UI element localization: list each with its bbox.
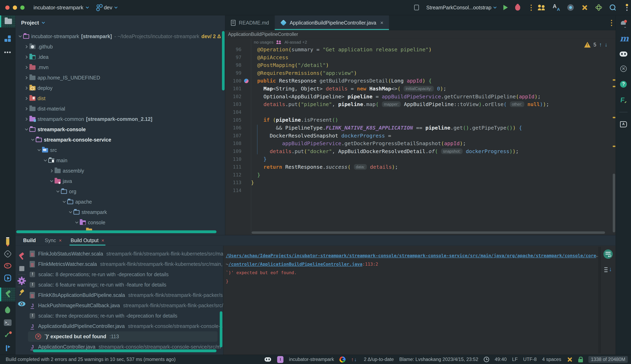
tree-item[interactable]: console [16, 218, 225, 228]
status-widget[interactable]: 49:40 [495, 357, 507, 362]
scroll-to-end-icon[interactable] [604, 266, 612, 274]
tree-item[interactable]: .idea [16, 52, 225, 62]
line-number[interactable]: 102 [225, 94, 241, 99]
project-badge-icon[interactable]: I [277, 356, 283, 363]
status-widget[interactable]: Blame: Lvshaokang 2023/4/15, 23:52 [399, 357, 478, 362]
build-event-row[interactable]: FlinkK8sApplicationBuildPipeline.scalast… [28, 290, 223, 300]
tree-item[interactable]: dist [16, 93, 225, 104]
chevron-right-icon[interactable] [25, 86, 28, 90]
tools-icon[interactable] [581, 4, 588, 11]
build-tab[interactable]: Sync× [45, 235, 62, 246]
services-icon[interactable] [4, 274, 11, 282]
more-kebab-icon[interactable] [527, 4, 530, 11]
build-panel-title[interactable]: Build [23, 238, 36, 243]
tree-item[interactable]: .mvn [16, 62, 225, 72]
code-line[interactable]: 113} [225, 179, 615, 186]
line-number[interactable]: 111 [225, 164, 241, 170]
line-number[interactable]: 106 [225, 125, 241, 130]
console-scrollbar-track[interactable] [598, 247, 601, 354]
build-output-console[interactable]: /Users/achao/IdeaProjects/incubator-stre… [223, 246, 615, 355]
tab-options-icon[interactable] [608, 19, 611, 26]
line-number[interactable]: 101 [225, 86, 241, 92]
project-folder-icon[interactable] [5, 19, 12, 24]
warning-stripe-mark[interactable] [613, 146, 615, 147]
close-icon[interactable]: × [380, 20, 383, 26]
google-icon[interactable] [339, 356, 346, 362]
terminal-icon[interactable] [4, 320, 12, 326]
pin-icon[interactable] [19, 289, 25, 296]
chevron-down-icon[interactable] [19, 34, 22, 38]
line-number[interactable]: 107 [225, 133, 241, 138]
previous-warning-icon[interactable]: ↑ [599, 42, 602, 48]
help-icon[interactable] [620, 81, 627, 88]
maven-icon[interactable] [620, 36, 627, 42]
search-icon[interactable] [609, 4, 616, 11]
tree-item[interactable]: .github [16, 42, 225, 52]
code-line[interactable]: 108 appBuildPipeService.getDockerProgres… [225, 140, 615, 148]
updown-icon[interactable] [351, 356, 358, 362]
close-icon[interactable]: × [59, 238, 62, 243]
project-panel-header[interactable]: Project [16, 16, 225, 30]
graph-hex-icon[interactable] [3, 250, 12, 258]
no-inspection-icon[interactable] [620, 66, 627, 72]
inspections-widget[interactable]: ! 5 ↑ ↓ [584, 42, 607, 48]
run-configuration-selector[interactable]: StreamParkConsol...ootstrap [426, 5, 496, 10]
chevron-right-icon[interactable] [25, 66, 28, 69]
code-vision-hints[interactable]: no usages Al-assad +2 [254, 39, 615, 46]
chevron-right-icon[interactable] [25, 76, 28, 80]
tree-item[interactable]: assembly [16, 166, 225, 176]
build-tab[interactable]: Build Output× [71, 235, 104, 246]
editor-vertical-scrollbar[interactable] [613, 174, 615, 232]
build-event-row[interactable]: scalac: 6 feature warnings; re-run with … [28, 280, 223, 290]
tree-item[interactable]: streampark-common[streampark-common_2.12… [16, 114, 225, 124]
line-number[interactable]: 108 [225, 140, 241, 146]
code-line[interactable]: 114 [225, 186, 615, 194]
more-dots-icon[interactable] [4, 50, 11, 54]
line-number[interactable]: 113 [225, 180, 241, 185]
tree-item[interactable]: incubator-streampark[streampark]- ~/Idea… [16, 31, 225, 42]
tree-item[interactable]: streampark [16, 207, 225, 218]
tree-item[interactable]: deploy [16, 83, 225, 93]
code-editor[interactable]: no usages Al-assad +2 96 @Operation(summ… [225, 39, 615, 235]
build-list-horizontal-scrollbar[interactable] [33, 350, 217, 352]
status-widget[interactable]: 4 spaces [542, 357, 561, 362]
clock-icon[interactable] [484, 357, 489, 362]
status-widget[interactable] [339, 356, 346, 362]
line-number[interactable]: 98 [225, 62, 241, 68]
usages-hint[interactable]: no usages [254, 40, 274, 44]
chevron-down-icon[interactable] [31, 138, 34, 141]
status-widget[interactable] [567, 356, 573, 362]
line-number[interactable]: 104 [225, 109, 241, 115]
code-line[interactable]: 103 details.put("pipeline", pipeline.map… [225, 100, 615, 108]
line-number[interactable]: 114 [225, 188, 241, 193]
chevron-down-icon[interactable] [63, 200, 66, 203]
code-line[interactable]: 109 details.put("docker", AppBuildDocker… [225, 148, 615, 155]
tree-item[interactable]: dist-material [16, 104, 225, 114]
build-event-row[interactable]: scalac: three deprecations; re-run with … [28, 311, 223, 321]
line-number[interactable]: 103 [225, 102, 241, 107]
chevron-right-icon[interactable] [50, 169, 53, 172]
tree-item[interactable]: java [16, 176, 225, 186]
branch-arrow-icon[interactable] [5, 344, 11, 352]
commit-check-icon[interactable] [4, 332, 11, 338]
scratch-pencil-icon[interactable] [6, 239, 9, 245]
line-number[interactable]: 110 [225, 156, 241, 162]
code-line[interactable]: 99 @RequiresPermissions("app:view") [225, 69, 615, 77]
status-widget[interactable]: LF [512, 357, 518, 362]
editor-tab[interactable]: README.md [225, 16, 275, 30]
build-hammer-icon[interactable] [5, 291, 12, 298]
status-widget[interactable]: incubator-streampark [289, 357, 334, 362]
flink-plugin-icon[interactable] [620, 96, 627, 103]
rerun-hammer-icon[interactable] [18, 253, 25, 260]
stop-icon[interactable] [19, 266, 24, 271]
status-widget[interactable] [484, 357, 489, 362]
code-line[interactable]: 107 DockerResolvedSnapshot dockerProgres… [225, 132, 615, 140]
warning-stripe-mark[interactable] [613, 117, 615, 118]
lock-icon[interactable] [578, 359, 583, 362]
chevron-down-icon[interactable] [44, 158, 47, 162]
editor-horizontal-scrollbar[interactable] [252, 232, 605, 234]
chevron-down-icon[interactable] [25, 127, 28, 130]
code-line[interactable]: 98 @PostMapping("/detail") [225, 61, 615, 69]
build-event-row[interactable]: HackPushImageResultCallback.javastreampa… [28, 300, 223, 311]
close-icon[interactable]: × [102, 238, 104, 243]
